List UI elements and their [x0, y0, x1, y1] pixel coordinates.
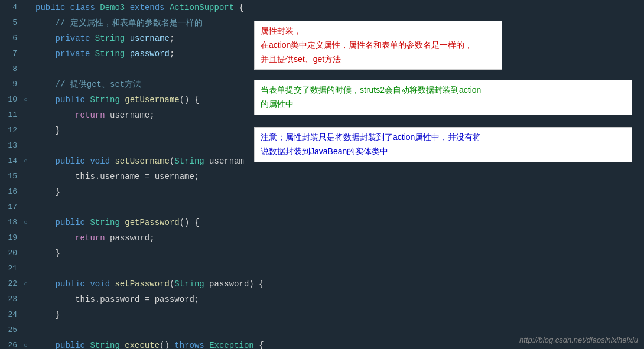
line-number: 13: [0, 138, 22, 154]
line-content: public String execute() throws Exception…: [30, 338, 264, 349]
line-content: [30, 200, 40, 215]
code-line: 19 return password;: [0, 230, 644, 246]
line-number: 23: [0, 292, 22, 307]
line-content: }: [30, 246, 60, 261]
line-content: }: [30, 184, 60, 200]
line-content: [30, 138, 40, 154]
code-line: 17: [0, 200, 644, 215]
line-number: 12: [0, 123, 22, 138]
annotation-text: 说数据封装到JavaBean的实体类中: [261, 145, 626, 159]
line-number: 15: [0, 169, 22, 184]
code-line: 24 }: [0, 307, 644, 322]
line-content: }: [30, 307, 60, 322]
code-line: 22○ public void setPassword(String passw…: [0, 276, 644, 292]
code-line: 23 this.password = password;: [0, 292, 644, 307]
line-number: 18: [0, 215, 22, 230]
line-content: private String username;: [30, 31, 174, 46]
annotation-box-ann2: 当表单提交了数据的时候，struts2会自动将数据封装到action的属性中: [254, 80, 632, 115]
annotation-text: 当表单提交了数据的时候，struts2会自动将数据封装到action: [261, 83, 626, 97]
line-dot: ○: [22, 92, 30, 107]
line-number: 5: [0, 15, 22, 31]
code-line: 15 this.username = username;: [0, 169, 644, 184]
line-dot: ○: [22, 276, 30, 292]
annotation-text: 注意；属性封装只是将数据封装到了action属性中，并没有将: [261, 131, 626, 145]
line-number: 17: [0, 200, 22, 215]
line-number: 16: [0, 184, 22, 200]
line-content: public String getPassword() {: [30, 215, 199, 230]
code-line: 21: [0, 261, 644, 276]
code-line: 4public class Demo3 extends ActionSuppor…: [0, 0, 644, 15]
line-content: this.password = password;: [30, 292, 199, 307]
line-number: 19: [0, 230, 22, 246]
code-line: 16 }: [0, 184, 644, 200]
line-dot: ○: [22, 215, 30, 230]
line-number: 22: [0, 276, 22, 292]
annotation-box-ann3: 注意；属性封装只是将数据封装到了action属性中，并没有将说数据封装到Java…: [254, 127, 632, 162]
line-content: [30, 261, 40, 276]
line-number: 8: [0, 61, 22, 77]
line-number: 20: [0, 246, 22, 261]
annotation-text: 在action类中定义属性，属性名和表单的参数名是一样的，: [261, 38, 496, 53]
code-editor: 4public class Demo3 extends ActionSuppor…: [0, 0, 644, 349]
code-line: 20 }: [0, 246, 644, 261]
line-dot: ○: [22, 154, 30, 169]
line-dot: ○: [22, 338, 30, 349]
annotation-text: 并且提供set、get方法: [261, 53, 496, 67]
annotation-text: 的属性中: [261, 97, 626, 112]
line-content: return password;: [30, 230, 155, 246]
line-content: // 提供get、set方法: [30, 77, 141, 92]
line-number: 9: [0, 77, 22, 92]
line-number: 24: [0, 307, 22, 322]
line-content: public void setPassword(String password)…: [30, 276, 264, 292]
annotation-box-ann1: 属性封装，在action类中定义属性，属性名和表单的参数名是一样的，并且提供se…: [254, 21, 502, 70]
line-content: public String getUsername() {: [30, 92, 199, 107]
line-number: 25: [0, 322, 22, 338]
line-number: 26: [0, 338, 22, 349]
line-number: 7: [0, 46, 22, 61]
line-content: public class Demo3 extends ActionSupport…: [30, 0, 244, 15]
line-number: 11: [0, 107, 22, 123]
line-content: public void setUsername(String usernam: [30, 154, 244, 169]
line-content: // 定义属性，和表单的参数名是一样的: [30, 15, 203, 31]
line-content: [30, 322, 40, 338]
line-content: private String password;: [30, 46, 174, 61]
line-content: }: [30, 123, 60, 138]
line-number: 14: [0, 154, 22, 169]
line-content: return username;: [30, 107, 155, 123]
line-number: 6: [0, 31, 22, 46]
line-content: [30, 61, 40, 77]
watermark: http://blog.csdn.net/diaosinixiheixiu: [519, 335, 638, 344]
line-content: this.username = username;: [30, 169, 199, 184]
annotation-text: 属性封装，: [261, 24, 496, 38]
line-number: 4: [0, 0, 22, 15]
code-line: 18○ public String getPassword() {: [0, 215, 644, 230]
line-number: 21: [0, 261, 22, 276]
line-number: 10: [0, 92, 22, 107]
